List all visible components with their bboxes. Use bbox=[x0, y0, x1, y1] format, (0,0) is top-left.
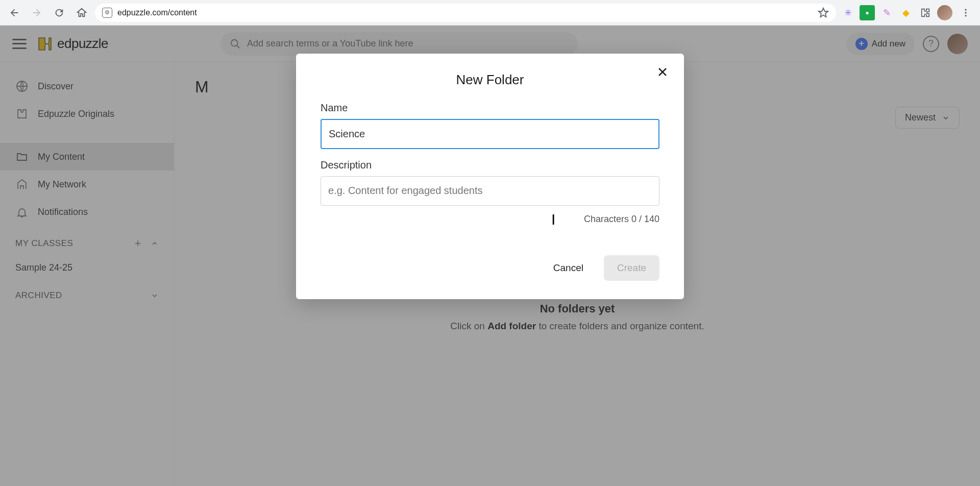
extension-2[interactable]: ● bbox=[860, 5, 875, 20]
create-button[interactable]: Create bbox=[604, 255, 659, 281]
name-label: Name bbox=[321, 102, 659, 114]
close-button[interactable] bbox=[656, 66, 669, 78]
dots-vertical-icon bbox=[961, 8, 971, 18]
extension-4[interactable]: ◆ bbox=[898, 5, 914, 20]
extensions-button[interactable] bbox=[918, 5, 933, 20]
close-icon bbox=[656, 66, 669, 78]
menu-button[interactable] bbox=[957, 4, 975, 22]
address-bar[interactable]: ⚙ edpuzzle.com/content bbox=[95, 4, 836, 22]
back-button[interactable] bbox=[5, 4, 23, 22]
arrow-right-icon bbox=[31, 7, 42, 18]
description-label: Description bbox=[321, 159, 659, 171]
profile-avatar[interactable] bbox=[937, 5, 952, 20]
forward-button[interactable] bbox=[28, 4, 46, 22]
reload-button[interactable] bbox=[50, 4, 68, 22]
svg-point-0 bbox=[965, 9, 966, 10]
puzzle-icon bbox=[920, 7, 931, 18]
app-container: edpuzzle + Add new ? Discover Edpuzzle O… bbox=[0, 26, 980, 486]
new-folder-modal: New Folder Name Description Characters 0… bbox=[296, 54, 684, 299]
cancel-button[interactable]: Cancel bbox=[540, 255, 597, 281]
home-button[interactable] bbox=[72, 4, 91, 22]
svg-point-2 bbox=[965, 15, 966, 16]
extension-1[interactable]: ✳ bbox=[840, 5, 855, 20]
svg-point-1 bbox=[965, 12, 966, 13]
character-count: Characters 0 / 140 bbox=[321, 214, 659, 225]
browser-toolbar: ⚙ edpuzzle.com/content ✳ ● ✎ ◆ bbox=[0, 0, 980, 26]
star-icon bbox=[818, 7, 829, 18]
modal-title: New Folder bbox=[321, 72, 659, 88]
arrow-left-icon bbox=[9, 7, 20, 18]
site-info-icon[interactable]: ⚙ bbox=[102, 8, 112, 18]
description-input[interactable] bbox=[321, 176, 659, 206]
url-text: edpuzzle.com/content bbox=[117, 8, 197, 17]
reload-icon bbox=[54, 7, 65, 18]
name-input[interactable] bbox=[321, 119, 659, 149]
modal-overlay[interactable]: New Folder Name Description Characters 0… bbox=[0, 26, 980, 486]
home-icon bbox=[76, 7, 87, 18]
bookmark-button[interactable] bbox=[818, 7, 829, 18]
extension-3[interactable]: ✎ bbox=[879, 5, 894, 20]
